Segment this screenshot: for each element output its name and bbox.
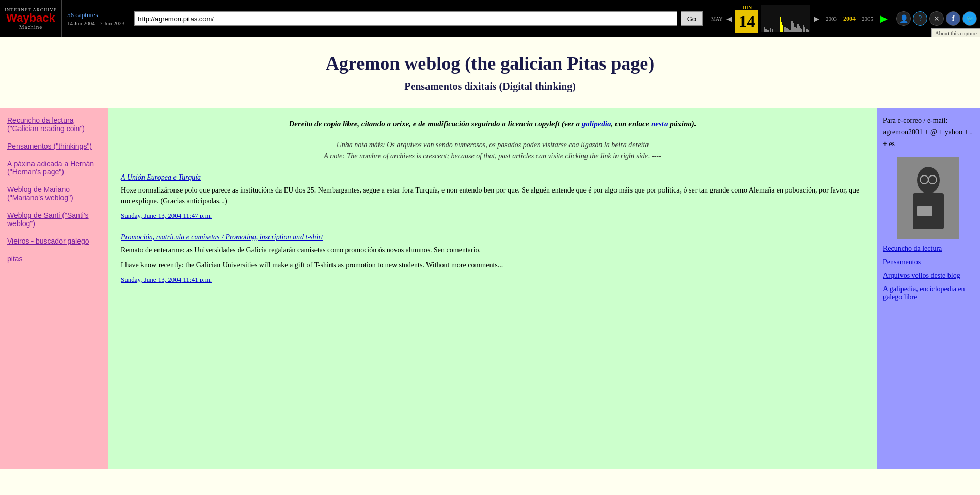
main-content: Agremon weblog (the galician Pitas page)… xyxy=(0,37,980,495)
copyright-text-part1: Dereito de copia libre, citando a orixe,… xyxy=(289,120,581,128)
about-capture-label[interactable]: About this capture xyxy=(931,28,980,37)
right-sidebar: Para e-correo / e-mail: agremon2001 + @ … xyxy=(877,108,980,469)
url-input[interactable] xyxy=(134,11,677,26)
user-icon[interactable]: 👤 xyxy=(896,11,911,26)
sidebar-link-mariano[interactable]: Weblog de Mariano ("Mariano's weblog") xyxy=(7,185,101,202)
page-main-title: Agremon weblog (the galician Pitas page) xyxy=(10,53,970,74)
captures-info: 56 captures 14 Jun 2004 - 7 Jun 2023 xyxy=(62,0,130,37)
machine-label: Machine xyxy=(19,24,42,30)
galipedia-link[interactable]: galipedia xyxy=(582,120,611,128)
contact-info: Para e-correo / e-mail: agremon2001 + @ … xyxy=(883,115,974,150)
post-2-body-1: Remato de enterarme: as Universidades de… xyxy=(121,245,864,256)
sidebar-link-recuncho[interactable]: Recuncho da lectura ("Galician reading c… xyxy=(7,116,101,133)
blog-post-1: A Unión Europea e Turquía Hoxe normalizá… xyxy=(121,172,864,220)
right-link-recuncho[interactable]: Recuncho da lectura xyxy=(883,245,974,253)
wayback-toolbar: INTERNET ARCHIVE Wayback Machine 56 capt… xyxy=(0,0,980,37)
timeline-bar xyxy=(761,5,810,32)
wayback-logo[interactable]: INTERNET ARCHIVE Wayback Machine xyxy=(0,0,62,37)
three-column-layout: Recuncho da lectura ("Galician reading c… xyxy=(0,108,980,469)
wayback-machine-logo: Wayback xyxy=(6,12,55,24)
facebook-icon[interactable]: f xyxy=(946,11,960,26)
year-2003-label[interactable]: 2003 xyxy=(824,15,839,22)
year-2005-label[interactable]: 2005 xyxy=(860,15,875,22)
archive-note: Unha nota máis: Os arquivos van sendo nu… xyxy=(121,139,864,163)
copyright-notice: Dereito de copia libre, citando a orixe,… xyxy=(121,118,864,130)
contact-label: Para e-correo / e-mail: xyxy=(883,117,948,124)
current-month-badge: JUN xyxy=(742,5,752,10)
post-1-title[interactable]: A Unión Europea e Turquía xyxy=(121,173,201,182)
help-icon[interactable]: ? xyxy=(913,11,927,26)
sidebar-link-vieiros[interactable]: Vieiros - buscador galego xyxy=(7,237,101,245)
page-subtitle: Pensamentos dixitais (Digital thinking) xyxy=(10,81,970,92)
right-link-pensamentos[interactable]: Pensamentos xyxy=(883,258,974,266)
svg-rect-6 xyxy=(917,206,932,216)
play-button[interactable]: ▶ xyxy=(877,13,891,24)
right-link-arquivos[interactable]: Arquivos vellos deste blog xyxy=(883,272,974,280)
post-1-date[interactable]: Sunday, June 13, 2004 11:47 p.m. xyxy=(121,212,212,219)
sidebar-link-pensamentos[interactable]: Pensamentos ("thinkings") xyxy=(7,142,101,150)
right-link-galipedia[interactable]: A galipedia, enciclopedia en galego libr… xyxy=(883,285,974,301)
post-1-body: Hoxe normalizáronse polo que parece as i… xyxy=(121,185,864,206)
post-2-title[interactable]: Promoción, matrícula e camisetas / Promo… xyxy=(121,233,323,242)
center-content: Dereito de copia libre, citando a orixe,… xyxy=(108,108,877,469)
archive-note-english: A note: The nombre of archives is cresce… xyxy=(324,152,661,160)
sidebar-link-santi[interactable]: Weblog de Santi ("Santi's weblog") xyxy=(7,211,101,228)
calendar-nav-right[interactable]: ▶ xyxy=(812,14,821,23)
blog-post-2: Promoción, matrícula e camisetas / Promo… xyxy=(121,232,864,284)
contact-email: agremon2001 + @ + yahoo + . + es xyxy=(883,128,972,147)
page-title-area: Agremon weblog (the galician Pitas page)… xyxy=(0,37,980,98)
current-day-badge: 14 xyxy=(735,10,758,33)
go-button[interactable]: Go xyxy=(681,11,703,26)
captures-date-range: 14 Jun 2004 - 7 Jun 2023 xyxy=(67,20,124,26)
twitter-icon[interactable]: 🐦 xyxy=(962,11,977,26)
archive-note-galician: Unha nota máis: Os arquivos van sendo nu… xyxy=(337,141,649,149)
calendar-area: MAY ◀ JUN 14 ▶ 2003 2004 2005 ▶ xyxy=(707,0,893,37)
year-2004-label[interactable]: 2004 xyxy=(841,15,858,23)
copyright-text-part2: , con enlace xyxy=(611,120,651,128)
copyright-text-part3: páxina). xyxy=(668,120,697,128)
close-icon[interactable]: ✕ xyxy=(929,11,944,26)
left-sidebar: Recuncho da lectura ("Galician reading c… xyxy=(0,108,108,469)
calendar-nav-left[interactable]: ◀ xyxy=(724,14,734,23)
captures-link[interactable]: 56 captures xyxy=(67,11,124,19)
sidebar-link-pitas[interactable]: pitas xyxy=(7,254,101,263)
nesta-link[interactable]: nesta xyxy=(651,120,668,128)
post-2-date[interactable]: Sunday, June 13, 2004 11:41 p.m. xyxy=(121,276,212,283)
person-photo xyxy=(897,157,959,239)
prev-month-label: MAY xyxy=(711,16,722,22)
sidebar-link-hernan[interactable]: A páxina adicada a Hernán ("Hernan's pag… xyxy=(7,159,101,176)
post-2-body-2: I have know recently: the Galician Unive… xyxy=(121,260,864,270)
url-area: Go xyxy=(130,0,707,37)
